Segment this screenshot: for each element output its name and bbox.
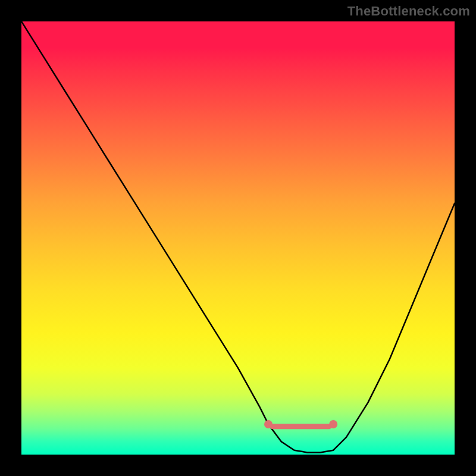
range-end-marker (329, 420, 337, 428)
bottleneck-curve (21, 21, 455, 452)
curve-layer (21, 21, 455, 455)
range-start-marker (264, 420, 273, 428)
plot-area (21, 21, 455, 455)
chart-frame: TheBottleneck.com (0, 0, 476, 476)
watermark-text: TheBottleneck.com (347, 4, 470, 19)
